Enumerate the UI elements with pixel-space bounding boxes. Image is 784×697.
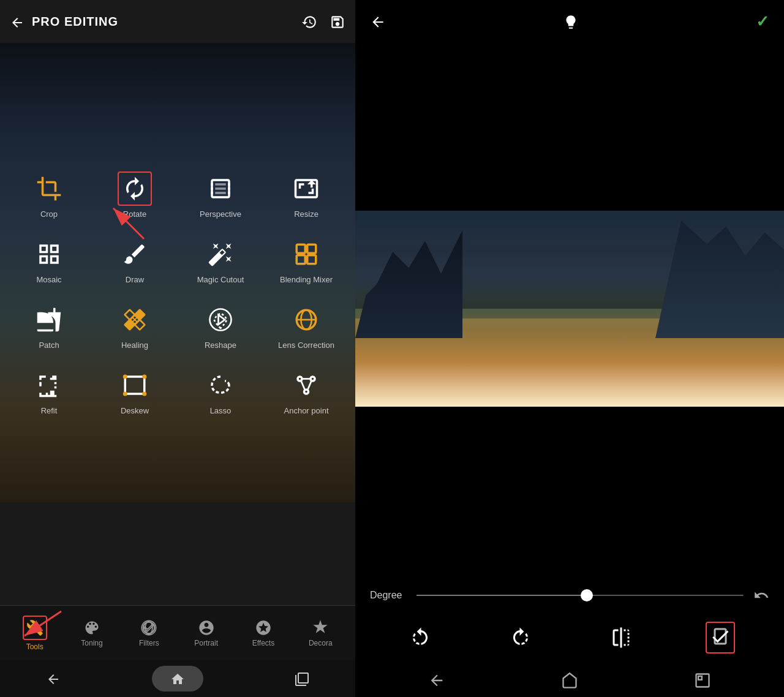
degree-slider[interactable]: [417, 595, 744, 596]
tab-filters[interactable]: Filters: [121, 619, 176, 647]
tool-healing[interactable]: Healing: [101, 303, 168, 350]
tab-portrait-label: Portrait: [194, 639, 218, 647]
tool-patch[interactable]: Patch: [15, 303, 83, 350]
draw-icon-wrap: [118, 237, 152, 271]
crop-icon-wrap: [32, 171, 66, 206]
tool-refit[interactable]: Refit: [15, 368, 83, 415]
svg-point-9: [142, 375, 146, 379]
tab-toning-label: Toning: [81, 639, 102, 647]
tools-row-2: Mosaic Draw Magic Cutout: [6, 237, 349, 284]
tools-row-3: Patch Healing Reshape: [6, 303, 349, 350]
tab-effects[interactable]: Effects: [236, 619, 291, 647]
tool-perspective[interactable]: Perspective: [187, 171, 254, 219]
reshape-label: Reshape: [205, 341, 236, 350]
lasso-label: Lasso: [210, 406, 232, 415]
reshape-icon-wrap: [203, 303, 238, 337]
svg-point-11: [142, 392, 146, 396]
svg-rect-2: [296, 255, 305, 264]
tool-mosaic[interactable]: Mosaic: [15, 237, 83, 284]
tool-lasso[interactable]: Lasso: [187, 368, 254, 415]
history-icon[interactable]: [301, 13, 317, 29]
deskew-label: Deskew: [121, 406, 149, 415]
mosaic-icon-wrap: [32, 237, 66, 271]
app-title: PRO EDITING: [32, 15, 301, 29]
rotate-label: Rotate: [123, 209, 146, 219]
header-icons: [301, 13, 345, 29]
right-panel: ✓ Degree: [355, 0, 784, 697]
tab-decora[interactable]: Decora: [293, 619, 348, 647]
active-transform-button[interactable]: [706, 622, 735, 654]
tool-anchor-point[interactable]: Anchor point: [273, 368, 340, 415]
tab-tools-label: Tools: [26, 642, 43, 651]
anchor-point-label: Anchor point: [284, 406, 329, 415]
flip-button[interactable]: [605, 622, 637, 654]
tools-icon-box: [23, 616, 47, 640]
deskew-icon-wrap: [118, 368, 152, 402]
magic-cutout-icon-wrap: [203, 237, 238, 271]
tab-portrait[interactable]: Portrait: [179, 619, 234, 647]
reset-button[interactable]: [753, 587, 769, 603]
bottom-tabs: Tools Toning Filters Portrait: [0, 605, 355, 660]
degree-control: Degree: [370, 587, 769, 603]
right-back-button[interactable]: [370, 13, 386, 31]
right-header: ✓: [355, 0, 784, 43]
nav-recents-button[interactable]: [295, 671, 309, 687]
lasso-icon-wrap: [203, 368, 238, 402]
tool-magic-cutout[interactable]: Magic Cutout: [187, 237, 254, 284]
blending-mixer-label: Blending Mixer: [280, 275, 333, 284]
tab-toning[interactable]: Toning: [64, 619, 119, 647]
tools-grid: Crop Rotate Perspective: [0, 171, 355, 434]
tool-reshape[interactable]: Reshape: [187, 303, 254, 350]
anchor-point-icon-wrap: [289, 368, 323, 402]
refit-label: Refit: [41, 406, 58, 415]
tool-crop[interactable]: Crop: [15, 171, 83, 219]
tools-row-1: Crop Rotate Perspective: [6, 171, 349, 219]
nav-back-button[interactable]: [46, 671, 61, 687]
perspective-label: Perspective: [200, 209, 241, 219]
tool-deskew[interactable]: Deskew: [101, 368, 168, 415]
lens-correction-icon-wrap: [289, 303, 323, 337]
tip-icon[interactable]: [563, 13, 579, 31]
action-recents-button[interactable]: [689, 666, 716, 694]
magic-cutout-label: Magic Cutout: [197, 275, 244, 284]
slider-thumb[interactable]: [581, 589, 593, 601]
confirm-button[interactable]: ✓: [756, 12, 769, 31]
save-icon[interactable]: [330, 13, 345, 29]
tab-tools[interactable]: Tools: [7, 616, 62, 651]
svg-rect-0: [296, 244, 305, 253]
tool-resize[interactable]: Resize: [273, 171, 340, 219]
crop-label: Crop: [40, 209, 58, 219]
tab-decora-label: Decora: [309, 639, 333, 647]
patch-icon-wrap: [32, 303, 66, 337]
back-button[interactable]: [10, 13, 24, 30]
tool-rotate[interactable]: Rotate: [101, 171, 168, 219]
mosaic-label: Mosaic: [36, 275, 61, 284]
nav-home-button[interactable]: [152, 666, 203, 691]
rotate-ccw-button[interactable]: [404, 622, 436, 654]
patch-label: Patch: [39, 341, 59, 350]
tool-blending-mixer[interactable]: Blending Mixer: [273, 237, 340, 284]
tools-row-4: Refit Deskew: [6, 368, 349, 415]
action-home-button[interactable]: [556, 666, 583, 694]
slider-fill: [417, 595, 587, 596]
rotate-icon-wrap: [118, 171, 152, 206]
tool-draw[interactable]: Draw: [101, 237, 168, 284]
tab-effects-label: Effects: [252, 639, 274, 647]
degree-label: Degree: [370, 590, 407, 601]
left-panel: PRO EDITING Crop: [0, 0, 355, 697]
svg-point-10: [123, 392, 127, 396]
svg-rect-25: [698, 676, 702, 680]
svg-line-17: [307, 380, 312, 391]
action-undo-button[interactable]: [423, 666, 450, 694]
resize-icon-wrap: [289, 171, 323, 206]
image-preview: [355, 43, 784, 575]
transform-buttons: [370, 622, 769, 654]
tool-lens-correction[interactable]: Lens Correction: [273, 303, 340, 350]
bottom-actions: [370, 666, 769, 694]
lens-correction-label: Lens Correction: [278, 341, 334, 350]
left-header: PRO EDITING: [0, 0, 355, 43]
resize-label: Resize: [294, 209, 318, 219]
svg-line-16: [301, 380, 305, 391]
healing-label: Healing: [121, 341, 148, 350]
rotate-cw-button[interactable]: [505, 622, 537, 654]
